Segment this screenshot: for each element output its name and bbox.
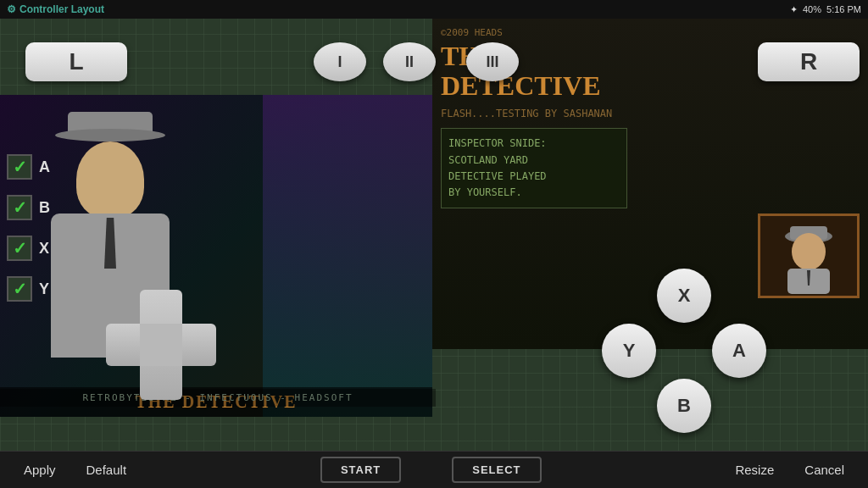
button-I[interactable]: I <box>314 42 366 81</box>
main-area: L R I II III THE DETECTIVE RETRO <box>0 19 868 451</box>
checkbox-y-item: ✓ Y <box>7 276 50 302</box>
portrait-detective-svg <box>775 218 843 294</box>
cancel-button[interactable]: Cancel <box>789 463 860 477</box>
status-right: ✦ 40% 5:16 PM <box>790 4 861 15</box>
checkbox-y[interactable]: ✓ <box>7 276 32 302</box>
bottom-right: Resize Cancel <box>720 463 860 477</box>
default-button[interactable]: Default <box>71 452 142 488</box>
status-bar: ⚙ Controller Layout ✦ 40% 5:16 PM <box>0 0 868 19</box>
resize-button[interactable]: Resize <box>720 463 789 477</box>
bluetooth-icon: ✦ <box>790 4 798 15</box>
checkbox-a-item: ✓ A <box>7 154 50 180</box>
detective-hat <box>68 112 153 137</box>
label-b: B <box>39 199 50 217</box>
detective-head <box>76 141 144 218</box>
svg-point-2 <box>792 233 826 270</box>
l-button[interactable]: L <box>25 42 127 81</box>
checkbox-a[interactable]: ✓ <box>7 154 32 180</box>
checkmark-a: ✓ <box>13 157 27 177</box>
label-a: A <box>39 158 50 176</box>
dpad[interactable] <box>106 290 216 400</box>
dpad-center <box>140 324 182 366</box>
apply-button[interactable]: Apply <box>8 452 71 488</box>
button-b[interactable]: B <box>657 379 711 433</box>
checkmark-b: ✓ <box>13 197 27 218</box>
bottom-center: START SELECT <box>142 457 720 483</box>
bg-purple <box>263 95 432 417</box>
battery-text: 40% <box>803 4 821 14</box>
dialog-line3: BY YOURSELF. <box>448 185 620 201</box>
time-display: 5:16 PM <box>826 4 861 14</box>
select-button[interactable]: SELECT <box>452 457 541 483</box>
dialog-line2: DETECTIVE PLAYED <box>448 169 620 185</box>
portrait-box <box>758 214 860 298</box>
button-II[interactable]: II <box>383 42 436 81</box>
flash-text: FLASH....TESTING BY SASHANAN <box>441 108 860 119</box>
checkbox-b[interactable]: ✓ <box>7 195 32 220</box>
controller-icon: ⚙ <box>7 3 16 15</box>
start-button[interactable]: START <box>320 457 401 483</box>
retro-footer-text: RETROBYTES AL - INFECTUOUS - HEADSOFT <box>0 389 436 407</box>
checkbox-x-item: ✓ X <box>7 236 50 261</box>
button-a[interactable]: A <box>712 324 766 378</box>
button-x[interactable]: X <box>657 269 711 323</box>
app-title: ⚙ Controller Layout <box>7 3 104 15</box>
game-background: THE DETECTIVE <box>0 95 432 417</box>
inspector-title: INSPECTOR SNIDE: <box>448 136 620 152</box>
checkbox-x[interactable]: ✓ <box>7 236 32 261</box>
dialog-line1: SCOTLAND YARD <box>448 152 620 169</box>
r-button[interactable]: R <box>758 42 860 81</box>
checkbox-b-item: ✓ B <box>7 195 50 220</box>
checkmark-x: ✓ <box>13 238 27 258</box>
checkbox-list: ✓ A ✓ B ✓ X ✓ Y <box>7 154 50 302</box>
bottom-bar: Apply Default START SELECT Resize Cancel <box>0 451 868 488</box>
copyright-text: ©2009 HEADS <box>441 27 860 38</box>
button-III[interactable]: III <box>466 42 519 81</box>
checkmark-y: ✓ <box>13 279 27 299</box>
label-y: Y <box>39 280 49 298</box>
inspector-dialog: INSPECTOR SNIDE: SCOTLAND YARD DETECTIVE… <box>441 128 627 208</box>
label-x: X <box>39 240 49 258</box>
button-y[interactable]: Y <box>602 324 656 378</box>
game-screen-left: THE DETECTIVE <box>0 95 432 417</box>
